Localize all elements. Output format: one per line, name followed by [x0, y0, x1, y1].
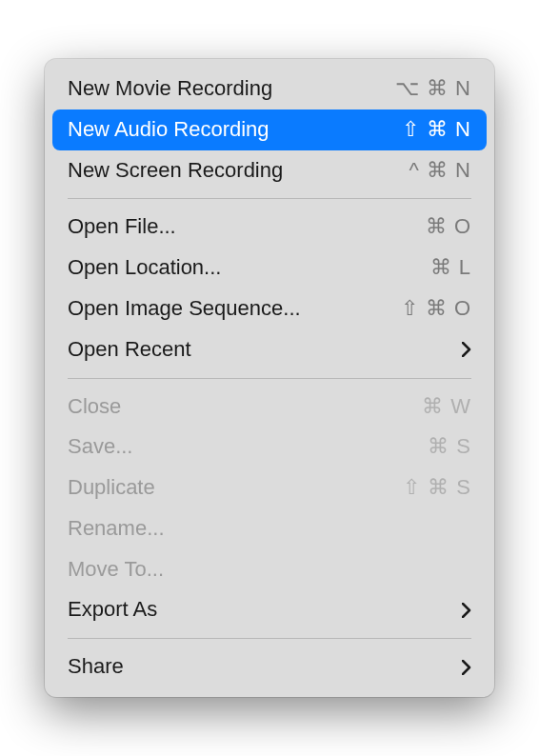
menu-item-open-image-sequence[interactable]: Open Image Sequence... ⇧ ⌘ O — [45, 288, 494, 329]
menu-separator — [68, 638, 471, 639]
menu-item-shortcut: ⇧ ⌘ O — [401, 294, 471, 324]
menu-item-export-as[interactable]: Export As — [45, 589, 494, 630]
menu-item-label: Open Location... — [68, 253, 430, 283]
menu-item-shortcut: ⌘ L — [430, 253, 471, 283]
menu-item-shortcut: ⌘ S — [428, 432, 471, 462]
menu-item-shortcut: ^ ⌘ N — [409, 156, 471, 186]
menu-item-label: Open File... — [68, 212, 426, 242]
menu-item-label: Save... — [68, 432, 428, 462]
menu-item-label: New Audio Recording — [68, 115, 402, 145]
menu-item-label: Open Recent — [68, 335, 462, 365]
chevron-right-icon — [462, 602, 471, 619]
menu-item-shortcut: ⌘ O — [426, 212, 471, 242]
menu-item-shortcut: ⇧ ⌘ N — [402, 115, 471, 145]
menu-item-label: Rename... — [68, 514, 471, 544]
menu-item-label: Duplicate — [68, 473, 403, 503]
menu-separator — [68, 198, 471, 199]
menu-item-label: Open Image Sequence... — [68, 294, 401, 324]
menu-item-label: Share — [68, 652, 462, 682]
menu-item-duplicate: Duplicate ⇧ ⌘ S — [45, 468, 494, 508]
menu-item-shortcut: ⇧ ⌘ S — [403, 473, 471, 503]
menu-item-label: New Screen Recording — [68, 156, 409, 186]
menu-item-share[interactable]: Share — [45, 647, 494, 687]
menu-item-new-movie-recording[interactable]: New Movie Recording ⌥ ⌘ N — [45, 69, 494, 109]
menu-item-new-screen-recording[interactable]: New Screen Recording ^ ⌘ N — [45, 150, 494, 191]
menu-item-open-recent[interactable]: Open Recent — [45, 329, 494, 370]
menu-item-save: Save... ⌘ S — [45, 427, 494, 468]
menu-item-shortcut: ⌘ W — [422, 392, 471, 422]
chevron-right-icon — [462, 341, 471, 358]
menu-item-close: Close ⌘ W — [45, 387, 494, 428]
menu-item-open-file[interactable]: Open File... ⌘ O — [45, 207, 494, 248]
menu-item-label: Close — [68, 392, 422, 422]
menu-item-label: New Movie Recording — [68, 74, 395, 104]
menu-item-shortcut: ⌥ ⌘ N — [395, 74, 471, 104]
menu-item-open-location[interactable]: Open Location... ⌘ L — [45, 248, 494, 288]
menu-item-label: Move To... — [68, 555, 471, 585]
menu-separator — [68, 378, 471, 379]
menu-item-new-audio-recording[interactable]: New Audio Recording ⇧ ⌘ N — [52, 109, 487, 150]
menu-item-move-to: Move To... — [45, 549, 494, 590]
menu-item-label: Export As — [68, 595, 462, 625]
file-menu: New Movie Recording ⌥ ⌘ N New Audio Reco… — [45, 59, 494, 697]
menu-item-rename: Rename... — [45, 508, 494, 549]
chevron-right-icon — [462, 659, 471, 676]
